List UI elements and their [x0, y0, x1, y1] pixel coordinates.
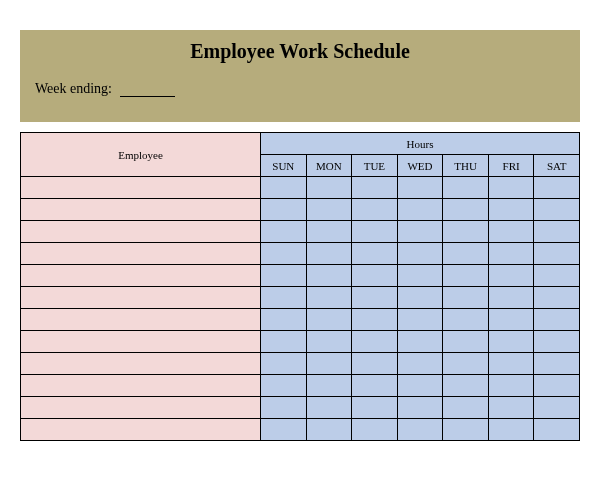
- hours-cell[interactable]: [352, 265, 398, 287]
- employee-cell[interactable]: [21, 287, 261, 309]
- hours-cell[interactable]: [261, 199, 307, 221]
- hours-cell[interactable]: [397, 199, 443, 221]
- hours-cell[interactable]: [397, 265, 443, 287]
- employee-cell[interactable]: [21, 199, 261, 221]
- hours-cell[interactable]: [261, 353, 307, 375]
- hours-cell[interactable]: [261, 287, 307, 309]
- employee-cell[interactable]: [21, 177, 261, 199]
- employee-cell[interactable]: [21, 397, 261, 419]
- table-row: [21, 287, 580, 309]
- hours-cell[interactable]: [534, 397, 580, 419]
- hours-cell[interactable]: [488, 375, 534, 397]
- hours-cell[interactable]: [534, 287, 580, 309]
- hours-cell[interactable]: [352, 353, 398, 375]
- hours-cell[interactable]: [352, 199, 398, 221]
- hours-cell[interactable]: [397, 353, 443, 375]
- hours-cell[interactable]: [306, 375, 352, 397]
- hours-cell[interactable]: [443, 419, 489, 441]
- hours-cell[interactable]: [352, 177, 398, 199]
- hours-cell[interactable]: [397, 287, 443, 309]
- week-ending-input-line[interactable]: [120, 96, 175, 97]
- hours-cell[interactable]: [352, 375, 398, 397]
- hours-cell[interactable]: [488, 397, 534, 419]
- hours-cell[interactable]: [261, 331, 307, 353]
- hours-cell[interactable]: [352, 419, 398, 441]
- hours-cell[interactable]: [443, 353, 489, 375]
- hours-cell[interactable]: [488, 265, 534, 287]
- hours-cell[interactable]: [488, 243, 534, 265]
- hours-cell[interactable]: [534, 419, 580, 441]
- hours-cell[interactable]: [534, 375, 580, 397]
- hours-cell[interactable]: [443, 243, 489, 265]
- hours-cell[interactable]: [443, 331, 489, 353]
- hours-cell[interactable]: [443, 287, 489, 309]
- hours-cell[interactable]: [443, 397, 489, 419]
- hours-cell[interactable]: [397, 243, 443, 265]
- hours-cell[interactable]: [534, 331, 580, 353]
- table-row: [21, 309, 580, 331]
- hours-cell[interactable]: [352, 287, 398, 309]
- employee-cell[interactable]: [21, 353, 261, 375]
- employee-cell[interactable]: [21, 331, 261, 353]
- hours-cell[interactable]: [488, 331, 534, 353]
- hours-cell[interactable]: [352, 397, 398, 419]
- hours-cell[interactable]: [397, 331, 443, 353]
- hours-cell[interactable]: [261, 177, 307, 199]
- hours-cell[interactable]: [261, 221, 307, 243]
- hours-cell[interactable]: [261, 309, 307, 331]
- hours-cell[interactable]: [306, 177, 352, 199]
- hours-cell[interactable]: [397, 221, 443, 243]
- hours-cell[interactable]: [488, 287, 534, 309]
- hours-cell[interactable]: [443, 199, 489, 221]
- hours-cell[interactable]: [397, 309, 443, 331]
- employee-cell[interactable]: [21, 419, 261, 441]
- table-row: [21, 419, 580, 441]
- employee-cell[interactable]: [21, 375, 261, 397]
- hours-cell[interactable]: [488, 309, 534, 331]
- employee-cell[interactable]: [21, 265, 261, 287]
- hours-cell[interactable]: [352, 243, 398, 265]
- hours-cell[interactable]: [306, 419, 352, 441]
- hours-cell[interactable]: [488, 221, 534, 243]
- hours-cell[interactable]: [534, 243, 580, 265]
- hours-cell[interactable]: [352, 221, 398, 243]
- hours-cell[interactable]: [443, 221, 489, 243]
- hours-cell[interactable]: [306, 287, 352, 309]
- hours-cell[interactable]: [261, 243, 307, 265]
- hours-cell[interactable]: [352, 331, 398, 353]
- hours-cell[interactable]: [306, 199, 352, 221]
- hours-cell[interactable]: [397, 177, 443, 199]
- hours-cell[interactable]: [397, 419, 443, 441]
- hours-cell[interactable]: [488, 199, 534, 221]
- hours-cell[interactable]: [352, 309, 398, 331]
- hours-cell[interactable]: [443, 375, 489, 397]
- hours-cell[interactable]: [443, 309, 489, 331]
- hours-cell[interactable]: [306, 331, 352, 353]
- hours-cell[interactable]: [397, 397, 443, 419]
- hours-cell[interactable]: [397, 375, 443, 397]
- hours-cell[interactable]: [443, 177, 489, 199]
- hours-cell[interactable]: [443, 265, 489, 287]
- hours-cell[interactable]: [534, 221, 580, 243]
- hours-cell[interactable]: [534, 353, 580, 375]
- hours-cell[interactable]: [261, 397, 307, 419]
- employee-cell[interactable]: [21, 221, 261, 243]
- hours-cell[interactable]: [488, 419, 534, 441]
- hours-cell[interactable]: [534, 177, 580, 199]
- hours-cell[interactable]: [306, 309, 352, 331]
- employee-cell[interactable]: [21, 243, 261, 265]
- hours-cell[interactable]: [534, 265, 580, 287]
- hours-cell[interactable]: [488, 353, 534, 375]
- hours-cell[interactable]: [306, 397, 352, 419]
- hours-cell[interactable]: [261, 375, 307, 397]
- hours-cell[interactable]: [534, 309, 580, 331]
- hours-cell[interactable]: [261, 265, 307, 287]
- hours-cell[interactable]: [306, 353, 352, 375]
- hours-cell[interactable]: [306, 265, 352, 287]
- hours-cell[interactable]: [488, 177, 534, 199]
- hours-cell[interactable]: [306, 221, 352, 243]
- hours-cell[interactable]: [534, 199, 580, 221]
- hours-cell[interactable]: [306, 243, 352, 265]
- employee-cell[interactable]: [21, 309, 261, 331]
- hours-cell[interactable]: [261, 419, 307, 441]
